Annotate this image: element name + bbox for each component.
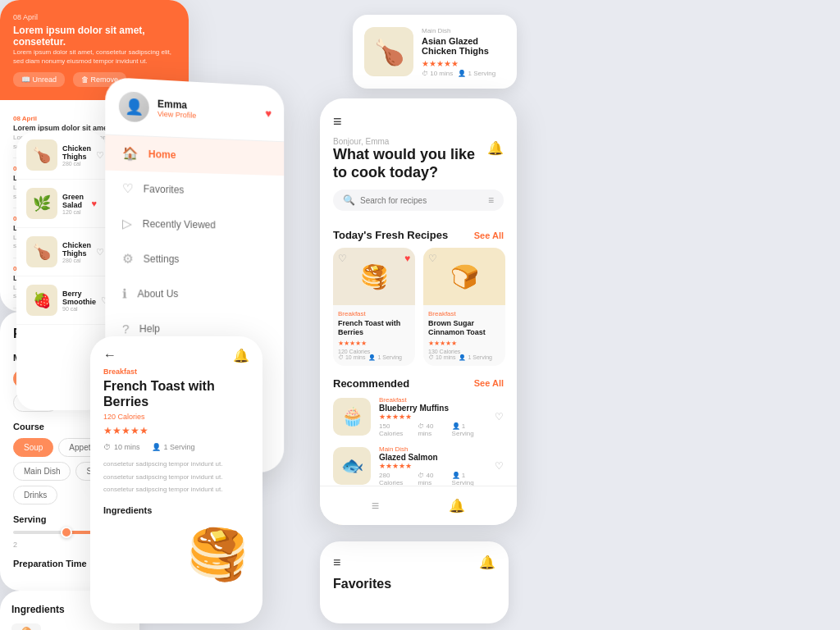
avatar: 👤 xyxy=(119,91,149,122)
recommended-item-salmon[interactable]: 🐟 Main Dish Glazed Salmon ★★★★★ 280 Calo… xyxy=(333,445,504,486)
bg-item-meta: 280 cal xyxy=(62,161,91,167)
bg-heart-icon[interactable]: ♥ xyxy=(91,199,97,208)
favorite-outline-icon[interactable]: ♡ xyxy=(338,253,347,264)
detail-meta-row: ⏱ 10 mins 👤 1 Serving xyxy=(103,443,249,451)
detail-calories: 120 Calories xyxy=(103,413,249,421)
about-icon: ℹ xyxy=(122,286,127,301)
serving-slider-title: Serving xyxy=(13,514,46,524)
search-input[interactable] xyxy=(360,196,483,205)
recipe-serving: 👤 1 Serving xyxy=(459,354,492,361)
bg-item-name: Berry Smoothie xyxy=(62,290,96,306)
person-icon: 👤 xyxy=(152,443,161,451)
bg-item-image: 🌿 xyxy=(26,188,57,219)
recipe-category: Breakfast xyxy=(428,310,500,317)
rec-favorite-icon[interactable]: ♡ xyxy=(495,411,504,422)
favorite-outline-icon[interactable]: ♡ xyxy=(428,253,437,264)
prep-time-title: Preparation Time xyxy=(13,559,87,568)
recipe-category: Breakfast xyxy=(338,310,410,317)
recipe-card-image: 🍞 ♡ xyxy=(423,248,505,305)
filter-icon[interactable]: ≡ xyxy=(488,194,494,206)
detail-serving: 👤 1 Serving xyxy=(152,443,195,451)
home-icon: 🏠 xyxy=(122,146,139,162)
bg-item-image: 🍗 xyxy=(26,236,57,267)
search-icon: 🔍 xyxy=(343,194,355,206)
chip-main-dish[interactable]: Main Dish xyxy=(13,462,71,481)
notif-highlight-desc: Lorem ipsum dolor sit amet, consetetur s… xyxy=(13,48,176,66)
greeting-text: Bonjour, Emma xyxy=(333,137,487,146)
rec-calories: 280 Calories xyxy=(379,472,413,486)
chip-drinks[interactable]: Drinks xyxy=(13,486,57,504)
detail-body-text-2: consetetur sadipscing tempor invidunt ut… xyxy=(103,472,249,482)
bg-heart-icon[interactable]: ♡ xyxy=(96,247,104,258)
rec-serving: 👤 1 Serving xyxy=(452,472,486,486)
bg-heart-icon[interactable]: ♡ xyxy=(96,150,104,161)
top-recipe-card: 🍗 Main Dish Asian Glazed Chicken Thighs … xyxy=(353,15,517,89)
detail-stars: ★★★★★ xyxy=(103,425,249,436)
sidebar-item-favorites[interactable]: ♡ Favorites xyxy=(105,171,284,210)
rec-category: Breakfast xyxy=(379,396,486,404)
rec-item-image: 🧁 xyxy=(333,398,371,436)
chip-soup[interactable]: Soup xyxy=(13,438,53,457)
headline-text: What would you like to cook today? xyxy=(333,146,487,181)
recipe-serving: 👤 1 Serving xyxy=(368,354,402,361)
rec-favorite-icon[interactable]: ♡ xyxy=(495,460,504,472)
detail-bell-icon[interactable]: 🔔 xyxy=(233,348,249,363)
recipe-details: ⏱ 10 mins 👤 1 Serving xyxy=(338,354,410,361)
bg-item-meta: 280 cal xyxy=(62,258,91,263)
view-profile-link[interactable]: View Profile xyxy=(158,110,196,120)
favorite-filled-icon[interactable]: ♥ xyxy=(404,253,410,264)
notification-bell-icon[interactable]: 🔔 xyxy=(487,140,504,156)
fresh-recipes-title: Today's Fresh Recipes xyxy=(333,229,448,241)
fresh-recipes-see-all[interactable]: See All xyxy=(474,231,504,240)
recommended-see-all[interactable]: See All xyxy=(474,378,504,388)
bg-item-meta: 120 cal xyxy=(62,209,86,215)
bg-list-item: 🍓 Berry Smoothie 90 cal ♡ xyxy=(16,276,107,325)
recommended-item-muffins[interactable]: 🧁 Breakfast Blueberry Muffins ★★★★★ 150 … xyxy=(333,396,504,437)
favorites-bar: ≡ 🔔 Favorites xyxy=(320,541,509,623)
sidebar-item-about[interactable]: ℹ About Us xyxy=(105,276,284,312)
fresh-recipes-row: 🥞 ♡ ♥ Breakfast French Toast with Berrie… xyxy=(320,248,517,366)
rec-name: Blueberry Muffins xyxy=(379,404,486,413)
rec-meta: 150 Calories ⏱ 40 mins 👤 1 Serving xyxy=(379,422,486,437)
main-phone-header: ≡ Bonjour, Emma What would you like to c… xyxy=(320,98,517,229)
slider-thumb-left[interactable] xyxy=(61,527,72,538)
top-recipe-meta: ⏱ 10 mins 👤 1 Serving xyxy=(422,70,505,77)
recipe-card-french-toast[interactable]: 🥞 ♡ ♥ Breakfast French Toast with Berrie… xyxy=(333,248,415,366)
detail-time: ⏱ 10 mins xyxy=(103,443,140,451)
ingredient-image: 🥚 xyxy=(11,623,41,630)
bottom-navigation: ≡ 🔔 xyxy=(320,486,517,525)
recipe-name: Brown Sugar Cinnamon Toast xyxy=(428,319,500,337)
favorites-title: Favorites xyxy=(333,577,495,591)
back-button[interactable]: ← xyxy=(103,348,249,363)
bg-list-item: 🌿 Green Salad 120 cal ♥ xyxy=(16,180,107,228)
top-recipe-name: Asian Glazed Chicken Thighs xyxy=(422,36,505,56)
sidebar-item-settings[interactable]: ⚙ Settings xyxy=(105,241,284,276)
fav-bell-icon[interactable]: 🔔 xyxy=(479,555,495,570)
bottom-bell-icon[interactable]: 🔔 xyxy=(449,498,465,514)
search-bar: 🔍 ≡ xyxy=(333,189,504,211)
sidebar-item-home[interactable]: 🏠 Home xyxy=(105,135,284,176)
fav-hamburger-icon[interactable]: ≡ xyxy=(333,555,340,570)
detail-phone: ← 🔔 Breakfast French Toast with Berries … xyxy=(90,336,262,623)
sidebar-item-recently-viewed[interactable]: ▷ Recently Viewed xyxy=(105,206,284,243)
bg-item-image: 🍗 xyxy=(26,139,57,171)
notif-highlight-title: Lorem ipsum dolor sit amet, consetetur. xyxy=(13,25,176,48)
top-recipe-serving: 👤 1 Serving xyxy=(458,70,495,77)
recipe-time: ⏱ 10 mins xyxy=(428,354,455,361)
recipe-meta: 130 Calories xyxy=(428,349,500,354)
bg-item-name: Chicken Thighs xyxy=(62,144,91,161)
recently-viewed-icon: ▷ xyxy=(122,216,132,231)
bottom-hamburger-icon[interactable]: ≡ xyxy=(372,499,379,514)
bg-item-name: Green Salad xyxy=(62,193,86,209)
rec-item-image: 🐟 xyxy=(333,447,371,485)
favorites-header: ≡ 🔔 xyxy=(333,555,495,570)
top-recipe-stars: ★★★★★ xyxy=(422,59,505,68)
recipe-card-cinnamon-toast[interactable]: 🍞 ♡ Breakfast Brown Sugar Cinnamon Toast… xyxy=(423,248,505,366)
recipe-meta: 120 Calories xyxy=(338,349,410,354)
nav-label-home: Home xyxy=(148,148,176,161)
recipe-calories: 120 Calories xyxy=(338,349,370,354)
rec-meta: 280 Calories ⏱ 40 mins 👤 1 Serving xyxy=(379,472,486,486)
unread-button[interactable]: 📖 Unread xyxy=(13,72,65,87)
rec-calories: 150 Calories xyxy=(379,422,413,437)
hamburger-icon[interactable]: ≡ xyxy=(333,113,504,130)
